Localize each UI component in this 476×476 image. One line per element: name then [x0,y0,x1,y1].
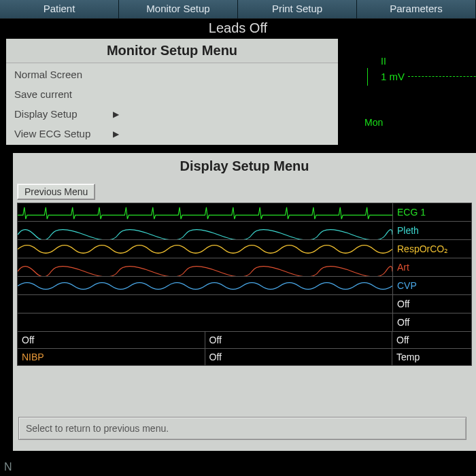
tab-patient[interactable]: Patient [0,0,119,19]
waveform-row-off[interactable]: Off [18,295,471,313]
waveform-label: ECG 1 [392,203,471,221]
ecg-trace-line [408,76,476,77]
waveform-row-cvp[interactable]: CVP [18,277,471,295]
top-nav-bar: Patient Monitor Setup Print Setup Parame… [0,0,476,19]
menu-item-save-current[interactable]: Save current [7,84,337,104]
display-menu-title: Display Setup Menu [13,153,476,181]
ecg-lead-label: II [381,56,386,67]
waveform-row-resp[interactable]: RespOrCO₂ [18,240,471,258]
param-grid-row: Off Off Off [18,332,471,349]
pleth-waveform-icon [18,222,392,239]
ecg-scale-label: 1 mV [381,71,405,82]
ecg-mode-label: Mon [364,117,383,128]
waveform-label: Off [392,295,471,313]
cvp-waveform-icon [18,277,392,294]
menu-item-view-ecg-setup[interactable]: View ECG Setup ▶ [7,124,337,143]
param-cell-temp[interactable]: Temp [392,349,471,365]
menu-item-label: Display Setup [14,108,78,120]
waveform-label: CVP [392,277,471,294]
waveform-config-box: ECG 1 Pleth RespOrCO₂ Art CVP [17,203,472,366]
waveform-label: RespOrCO₂ [392,240,471,258]
param-cell-nibp[interactable]: NIBP [18,349,205,365]
param-cell-off[interactable]: Off [392,332,471,348]
tab-monitor-setup[interactable]: Monitor Setup [119,0,238,19]
ecg-waveform-icon [18,203,392,221]
waveform-row-ecg1[interactable]: ECG 1 [18,203,471,222]
monitor-menu-items: Normal Screen Save current Display Setup… [6,63,338,145]
menu-item-display-setup[interactable]: Display Setup ▶ [7,104,337,124]
status-message: Leads Off [0,19,476,38]
menu-item-label: View ECG Setup [14,128,90,139]
waveform-row-off[interactable]: Off [18,313,471,332]
submenu-arrow-icon: ▶ [113,129,119,139]
param-cell-off[interactable]: Off [205,332,393,348]
param-cell-off[interactable]: Off [205,349,393,365]
menu-item-normal-screen[interactable]: Normal Screen [7,65,337,84]
empty-waveform-icon [18,313,392,331]
corner-indicator: N [4,461,12,473]
monitor-setup-menu: Monitor Setup Menu Normal Screen Save cu… [5,38,339,146]
ecg-side-panel: II 1 mV Mon [360,41,476,163]
tab-print-setup[interactable]: Print Setup [238,0,357,19]
monitor-menu-title: Monitor Setup Menu [6,39,338,63]
menu-item-label: Normal Screen [14,69,82,80]
menu-item-label: Save current [14,88,72,100]
previous-menu-button[interactable]: Previous Menu [17,184,95,200]
submenu-arrow-icon: ▶ [113,109,119,119]
art-waveform-icon [18,258,392,276]
waveform-label: Pleth [392,222,471,239]
display-setup-menu: Display Setup Menu Previous Menu ECG 1 P… [12,152,476,452]
resp-waveform-icon [18,240,392,258]
waveform-row-pleth[interactable]: Pleth [18,222,471,240]
ecg-tick-mark [367,68,368,86]
waveform-label: Off [392,313,471,331]
empty-waveform-icon [18,295,392,313]
waveform-row-art[interactable]: Art [18,258,471,277]
param-grid-row: NIBP Off Temp [18,349,471,365]
hint-text: Select to return to previous menu. [18,417,466,440]
tab-parameters[interactable]: Parameters [357,0,476,19]
param-cell-off[interactable]: Off [18,332,205,348]
waveform-label: Art [392,258,471,276]
